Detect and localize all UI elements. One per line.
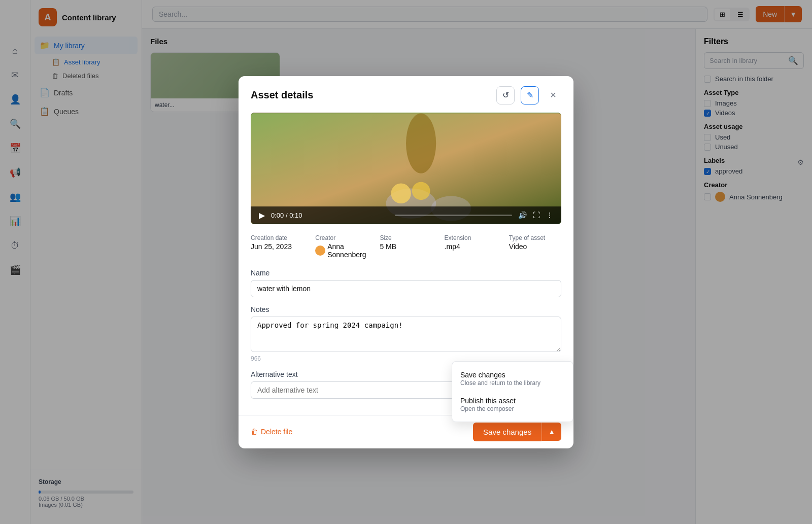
close-button[interactable]: × bbox=[545, 87, 561, 103]
fullscreen-icon[interactable]: ⛶ bbox=[533, 211, 540, 219]
edit-button[interactable]: ✎ bbox=[521, 86, 539, 104]
creator-label: Creator bbox=[315, 234, 367, 241]
extension-label: Extension bbox=[445, 234, 497, 241]
modal-title: Asset details bbox=[251, 89, 490, 101]
time-display: 0:00 / 0:10 bbox=[271, 212, 389, 219]
progress-bar[interactable] bbox=[395, 215, 513, 216]
type-label: Type of asset bbox=[509, 234, 561, 241]
notes-textarea[interactable] bbox=[251, 317, 561, 352]
trash-icon: 🗑 bbox=[251, 428, 258, 436]
save-changes-title: Save changes bbox=[460, 371, 565, 379]
meta-type: Type of asset Video bbox=[509, 234, 561, 259]
more-icon[interactable]: ⋮ bbox=[546, 211, 553, 219]
meta-creation-date: Creation date Jun 25, 2023 bbox=[251, 234, 303, 259]
meta-extension: Extension .mp4 bbox=[445, 234, 497, 259]
save-btn-group: Save changes ▲ bbox=[473, 423, 561, 441]
play-button[interactable]: ▶ bbox=[259, 211, 265, 220]
name-field-group: Name bbox=[251, 269, 561, 297]
notes-field-group: Notes 966 bbox=[251, 305, 561, 362]
save-button[interactable]: Save changes bbox=[473, 423, 542, 441]
name-label: Name bbox=[251, 269, 561, 277]
save-arrow-button[interactable]: ▲ bbox=[542, 423, 561, 441]
dropdown-publish[interactable]: Publish this asset Open the composer bbox=[452, 392, 573, 417]
creation-date-value: Jun 25, 2023 bbox=[251, 242, 303, 251]
extension-value: .mp4 bbox=[445, 242, 497, 251]
notes-label: Notes bbox=[251, 305, 561, 313]
modal-header: Asset details ↺ ✎ × bbox=[239, 76, 573, 113]
meta-size: Size 5 MB bbox=[380, 234, 432, 259]
creator-avatar bbox=[315, 246, 325, 256]
save-dropdown: Save changes Close and return to the lib… bbox=[452, 361, 573, 422]
svg-point-4 bbox=[391, 183, 411, 203]
name-input[interactable] bbox=[251, 280, 561, 297]
size-value: 5 MB bbox=[380, 242, 432, 251]
video-ctrl-icons: 🔊 ⛶ ⋮ bbox=[518, 211, 553, 219]
size-label: Size bbox=[380, 234, 432, 241]
meta-creator: Creator Anna Sonnenberg bbox=[315, 234, 367, 259]
svg-point-6 bbox=[406, 113, 436, 173]
meta-row: Creation date Jun 25, 2023 Creator Anna … bbox=[251, 234, 561, 259]
video-container: ▶ 0:00 / 0:10 🔊 ⛶ ⋮ bbox=[251, 113, 561, 224]
publish-title: Publish this asset bbox=[460, 397, 565, 405]
dropdown-save-changes[interactable]: Save changes Close and return to the lib… bbox=[452, 366, 573, 392]
video-controls: ▶ 0:00 / 0:10 🔊 ⛶ ⋮ bbox=[251, 206, 561, 224]
delete-button[interactable]: 🗑 Delete file bbox=[251, 428, 292, 436]
save-changes-sub: Close and return to the library bbox=[460, 379, 565, 387]
creation-date-label: Creation date bbox=[251, 234, 303, 241]
publish-sub: Open the composer bbox=[460, 405, 565, 412]
type-value: Video bbox=[509, 242, 561, 251]
delete-label: Delete file bbox=[261, 428, 292, 436]
creator-value: Anna Sonnenberg bbox=[315, 242, 367, 259]
mute-icon[interactable]: 🔊 bbox=[518, 211, 527, 219]
asset-details-modal: Asset details ↺ ✎ × bbox=[239, 76, 573, 448]
modal-overlay[interactable]: Asset details ↺ ✎ × bbox=[0, 0, 812, 524]
svg-point-5 bbox=[412, 182, 430, 200]
undo-button[interactable]: ↺ bbox=[496, 86, 515, 104]
